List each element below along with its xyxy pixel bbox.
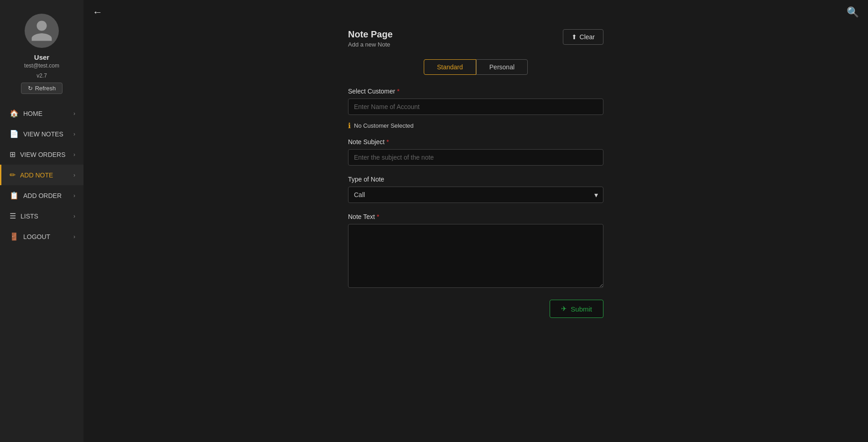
main-content: ← 🔍 Note Page Add a new Note ⬆ Clear Sta… — [83, 0, 868, 442]
type-of-note-group: Type of Note Call Email Meeting ▾ — [348, 176, 603, 203]
type-select-wrapper: Call Email Meeting ▾ — [348, 187, 603, 203]
add-order-icon: 📋 — [10, 191, 19, 200]
sidebar-item-add-order[interactable]: 📋 ADD ORDER › — [0, 185, 83, 206]
note-subject-label: Note Subject * — [348, 138, 603, 146]
no-customer-warning: ℹ No Customer Selected — [348, 121, 603, 130]
required-indicator: * — [386, 138, 389, 146]
chevron-right-icon: › — [73, 192, 75, 199]
sidebar-item-label: VIEW ORDERS — [20, 151, 66, 158]
warning-icon: ℹ — [348, 121, 351, 130]
required-indicator: * — [397, 88, 399, 95]
user-name: User — [34, 53, 49, 61]
chevron-right-icon: › — [73, 110, 75, 117]
sidebar-item-label: ADD ORDER — [23, 192, 62, 199]
refresh-button[interactable]: ↻ Refresh — [21, 83, 63, 94]
sidebar-item-label: VIEW NOTES — [23, 130, 63, 138]
app-version: v2.7 — [36, 73, 47, 79]
form-container: Note Page Add a new Note ⬆ Clear Standar… — [339, 25, 613, 336]
search-icon[interactable]: 🔍 — [847, 6, 859, 18]
customer-input[interactable] — [348, 99, 603, 115]
user-email: test@test.com — [24, 62, 59, 69]
chevron-right-icon: › — [73, 151, 75, 158]
type-of-note-select[interactable]: Call Email Meeting — [348, 187, 603, 203]
sidebar-item-home[interactable]: 🏠 HOME › — [0, 103, 83, 124]
tab-standard[interactable]: Standard — [424, 59, 476, 75]
no-customer-text: No Customer Selected — [354, 122, 414, 129]
add-note-icon: ✏ — [10, 171, 16, 179]
upload-icon: ⬆ — [572, 33, 577, 41]
sidebar-item-label: ADD NOTE — [20, 172, 53, 179]
chevron-right-icon: › — [73, 234, 75, 240]
orders-icon: ⊞ — [10, 150, 16, 159]
tab-personal[interactable]: Personal — [476, 59, 528, 75]
note-text-input[interactable] — [348, 224, 603, 288]
top-bar: ← 🔍 — [83, 0, 868, 25]
sidebar-item-add-note[interactable]: ✏ ADD NOTE › — [0, 165, 83, 185]
required-indicator: * — [377, 213, 379, 220]
note-subject-input[interactable] — [348, 149, 603, 166]
page-title: Note Page — [348, 29, 393, 40]
notes-icon: 📄 — [10, 130, 19, 138]
note-text-label: Note Text * — [348, 213, 603, 220]
note-text-group: Note Text * — [348, 213, 603, 290]
select-customer-group: Select Customer * — [348, 88, 603, 115]
note-type-tabs: Standard Personal — [348, 59, 603, 75]
lists-icon: ☰ — [10, 212, 16, 220]
select-customer-label: Select Customer * — [348, 88, 603, 95]
sidebar-item-logout[interactable]: 🚪 LOGOUT › — [0, 226, 83, 247]
sidebar-item-label: LISTS — [21, 213, 38, 220]
clear-label: Clear — [580, 33, 595, 41]
home-icon: 🏠 — [10, 109, 19, 118]
submit-label: Submit — [571, 305, 592, 313]
back-button[interactable]: ← — [93, 6, 103, 18]
sidebar-item-label: LOGOUT — [23, 233, 50, 240]
type-of-note-label: Type of Note — [348, 176, 603, 183]
submit-area: ✈ Submit — [348, 300, 603, 318]
chevron-right-icon: › — [73, 213, 75, 219]
sidebar-item-lists[interactable]: ☰ LISTS › — [0, 206, 83, 226]
sidebar-item-view-orders[interactable]: ⊞ VIEW ORDERS › — [0, 144, 83, 165]
refresh-icon: ↻ — [28, 85, 33, 92]
avatar — [25, 14, 59, 48]
back-icon: ← — [93, 6, 103, 18]
clear-button[interactable]: ⬆ Clear — [563, 29, 603, 45]
note-subject-group: Note Subject * — [348, 138, 603, 166]
sidebar-item-view-notes[interactable]: 📄 VIEW NOTES › — [0, 124, 83, 144]
nav-menu: 🏠 HOME › 📄 VIEW NOTES › ⊞ VIEW ORDERS › … — [0, 103, 83, 247]
logout-icon: 🚪 — [10, 232, 19, 241]
page-header: Note Page Add a new Note ⬆ Clear — [348, 29, 603, 48]
chevron-right-icon: › — [73, 131, 75, 137]
chevron-right-icon: › — [73, 172, 75, 178]
page-subtitle: Add a new Note — [348, 41, 393, 48]
refresh-label: Refresh — [35, 85, 56, 92]
sidebar: User test@test.com v2.7 ↻ Refresh 🏠 HOME… — [0, 0, 83, 442]
sidebar-item-label: HOME — [23, 110, 42, 117]
send-icon: ✈ — [561, 305, 567, 313]
submit-button[interactable]: ✈ Submit — [550, 300, 603, 318]
